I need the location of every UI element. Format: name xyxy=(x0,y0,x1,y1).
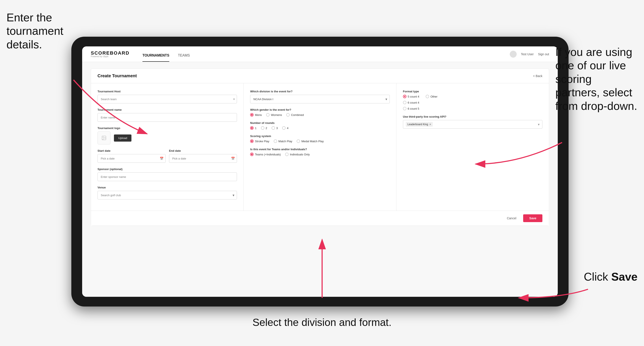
cancel-button[interactable]: Cancel xyxy=(504,214,520,222)
tournament-host-group: Tournament Host ▾ xyxy=(98,90,237,103)
gender-combined[interactable]: Combined xyxy=(286,113,304,117)
format-6count4-radio[interactable] xyxy=(403,101,406,104)
round-1-radio[interactable] xyxy=(250,126,254,130)
live-scoring-field[interactable]: Leaderboard King × ▾ xyxy=(403,120,542,129)
sponsor-input[interactable] xyxy=(98,173,237,181)
scoring-stroke[interactable]: Stroke Play xyxy=(250,140,269,143)
click-save-prefix: Click xyxy=(584,270,611,283)
round-4[interactable]: 4 xyxy=(282,126,288,130)
round-3[interactable]: 3 xyxy=(272,126,278,130)
upload-button[interactable]: Upload xyxy=(114,135,132,142)
format-6count4-label: 6 count 4 xyxy=(408,101,420,104)
venue-label: Venue xyxy=(98,186,237,189)
division-group: Which division is the event for? NCAA Di… xyxy=(250,90,390,103)
click-save-bold: Save xyxy=(611,270,638,283)
format-other[interactable]: Other xyxy=(426,95,438,98)
format-6count5[interactable]: 6 count 5 xyxy=(403,107,542,110)
live-scoring-dropdown-icon[interactable]: ▾ xyxy=(538,122,540,127)
sponsor-group: Sponsor (optional) xyxy=(98,168,237,181)
end-date-field: 📅 xyxy=(169,154,237,163)
sponsor-label: Sponsor (optional) xyxy=(98,168,237,171)
round-1[interactable]: 1 xyxy=(250,126,256,130)
tournament-host-input[interactable] xyxy=(98,95,237,103)
format-6count5-radio[interactable] xyxy=(403,107,406,110)
scoring-medal-radio[interactable] xyxy=(296,140,300,143)
event-teams-radio[interactable] xyxy=(250,153,254,156)
scoring-match[interactable]: Match Play xyxy=(274,140,292,143)
tournament-logo-label: Tournament logo xyxy=(98,127,237,130)
tournament-host-field: ▾ xyxy=(98,95,237,103)
nav-item-teams[interactable]: TEAMS xyxy=(178,53,190,62)
tablet-frame: SCOREBOARD Powered by clippit TOURNAMENT… xyxy=(71,37,568,307)
form-body: Tournament Host ▾ Tournament name Tourna xyxy=(91,83,549,211)
content-area: Create Tournament < Back Tournament Host… xyxy=(82,62,558,297)
format-type-label: Format type xyxy=(403,90,542,93)
save-button[interactable]: Save xyxy=(523,214,542,222)
round-2-radio[interactable] xyxy=(261,126,264,130)
gender-mens-label: Mens xyxy=(255,113,262,117)
rounds-group: Number of rounds 1 2 xyxy=(250,121,390,130)
gender-radio-group: Mens Womens Combined xyxy=(250,113,390,117)
end-date-group: End date 📅 xyxy=(169,149,237,163)
scoring-medal[interactable]: Medal Match Play xyxy=(296,140,324,143)
event-type-group: Is this event for Teams and/or Individua… xyxy=(250,148,390,156)
annotation-top-right: If you are using one of our live scoring… xyxy=(555,45,638,113)
live-scoring-tag: Leaderboard King × xyxy=(406,122,433,127)
live-scoring-group: Use third-party live scoring API? Leader… xyxy=(403,115,542,129)
round-2[interactable]: 2 xyxy=(261,126,267,130)
panel-footer: Cancel Save xyxy=(91,211,549,226)
gender-mens-radio[interactable] xyxy=(250,113,254,117)
event-teams-label: Teams (+Individuals) xyxy=(255,153,281,156)
event-individuals-radio[interactable] xyxy=(285,153,288,156)
gender-mens[interactable]: Mens xyxy=(250,113,262,117)
tournament-logo-group: Tournament logo Upload xyxy=(98,127,237,144)
format-5count4[interactable]: 5 count 4 xyxy=(403,95,420,98)
end-date-input[interactable] xyxy=(169,154,237,163)
live-scoring-label: Use third-party live scoring API? xyxy=(403,115,542,118)
form-col-2: Which division is the event for? NCAA Di… xyxy=(244,83,396,211)
user-name: Test User xyxy=(521,52,534,56)
tournament-name-input[interactable] xyxy=(98,113,237,122)
calendar-icon-2: 📅 xyxy=(231,157,235,160)
division-select[interactable]: NCAA Division I NCAA Division II NCAA Di… xyxy=(250,95,390,103)
create-tournament-panel: Create Tournament < Back Tournament Host… xyxy=(91,68,549,226)
round-3-radio[interactable] xyxy=(272,126,275,130)
back-link[interactable]: < Back xyxy=(533,74,542,78)
live-scoring-value: Leaderboard King xyxy=(408,123,428,126)
form-col-1: Tournament Host ▾ Tournament name Tourna xyxy=(91,83,244,211)
tournament-name-group: Tournament name xyxy=(98,108,237,122)
venue-group: Venue ▾ xyxy=(98,186,237,199)
scoring-match-radio[interactable] xyxy=(274,140,277,143)
gender-womens[interactable]: Womens xyxy=(266,113,282,117)
tournament-name-label: Tournament name xyxy=(98,108,237,111)
gender-label: Which gender is the event for? xyxy=(250,108,390,111)
event-individuals[interactable]: Individuals Only xyxy=(285,153,310,156)
scoring-stroke-radio[interactable] xyxy=(250,140,254,143)
scoring-medal-label: Medal Match Play xyxy=(301,140,324,143)
annotation-bottom-center: Select the division and format. xyxy=(252,316,392,329)
format-6count4[interactable]: 6 count 4 xyxy=(403,101,542,104)
format-5count4-radio[interactable] xyxy=(403,95,406,98)
event-teams[interactable]: Teams (+Individuals) xyxy=(250,153,281,156)
start-date-field: 📅 xyxy=(98,154,166,163)
gender-combined-label: Combined xyxy=(291,113,304,117)
scoring-label: Scoring system xyxy=(250,135,390,138)
nav-menu: TOURNAMENTS TEAMS xyxy=(142,46,190,62)
nav-item-tournaments[interactable]: TOURNAMENTS xyxy=(142,53,169,62)
gender-combined-radio[interactable] xyxy=(286,113,290,117)
venue-input[interactable] xyxy=(98,191,237,199)
start-date-group: Start date 📅 xyxy=(98,149,166,163)
format-other-radio[interactable] xyxy=(426,95,429,98)
round-1-label: 1 xyxy=(255,127,256,130)
navbar: SCOREBOARD Powered by clippit TOURNAMENT… xyxy=(82,46,558,62)
tag-close-icon[interactable]: × xyxy=(429,123,431,126)
round-4-radio[interactable] xyxy=(282,126,286,130)
gender-womens-radio[interactable] xyxy=(266,113,270,117)
start-date-input[interactable] xyxy=(98,154,166,163)
division-select-wrapper: NCAA Division I NCAA Division II NCAA Di… xyxy=(250,95,390,103)
round-3-label: 3 xyxy=(276,127,278,130)
signout-link[interactable]: Sign out xyxy=(538,52,549,56)
rounds-radio-group: 1 2 3 xyxy=(250,126,390,130)
rounds-label: Number of rounds xyxy=(250,121,390,125)
round-2-label: 2 xyxy=(266,127,267,130)
